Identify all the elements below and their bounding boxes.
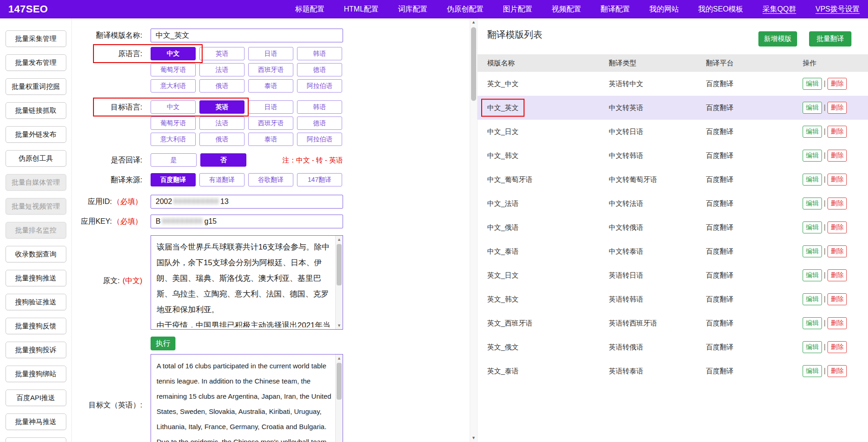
sidebar-item[interactable]: 批量链接抓取 — [6, 102, 66, 119]
scroll-up-icon[interactable]: ▲ — [336, 236, 343, 243]
scrollbar-thumb[interactable] — [337, 363, 342, 400]
scroll-down-icon[interactable]: ▼ — [336, 322, 343, 329]
nav-item[interactable]: HTML配置 — [344, 5, 379, 14]
delete-button[interactable]: 删除 — [827, 174, 847, 186]
target-language-option[interactable]: 西班牙语 — [248, 116, 293, 130]
nav-item[interactable]: 我的SEO模板 — [698, 5, 743, 14]
nav-item[interactable]: 我的网站 — [649, 5, 679, 14]
source-language-option[interactable]: 英语 — [199, 47, 245, 60]
nav-item[interactable]: 标题配置 — [295, 5, 325, 14]
template-name-input[interactable] — [151, 29, 343, 42]
sidebar-item[interactable]: 批量权重词挖掘 — [6, 78, 66, 95]
app-id-input[interactable]: 2002888888888813 — [151, 195, 343, 209]
back-translate-option[interactable]: 是 — [151, 153, 197, 167]
sidebar-item[interactable]: 批量搜狗投诉 — [6, 342, 66, 358]
source-language-option[interactable]: 法语 — [199, 63, 245, 76]
source-language-option[interactable]: 意大利语 — [151, 79, 196, 93]
original-textarea-scrollbar[interactable]: ▲ ▼ — [335, 236, 343, 329]
scrollbar-thumb[interactable] — [337, 244, 342, 285]
sidebar-item[interactable]: 批量搜狗反馈 — [6, 318, 66, 334]
target-textarea[interactable]: A total of 16 clubs participated in the … — [151, 354, 343, 442]
source-language-option[interactable]: 韩语 — [297, 47, 342, 60]
edit-button[interactable]: 编辑 — [803, 341, 822, 353]
source-language-option[interactable]: 俄语 — [199, 79, 245, 93]
target-language-option[interactable]: 日语 — [248, 100, 293, 114]
target-language-option[interactable]: 阿拉伯语 — [297, 133, 342, 146]
nav-item[interactable]: 视频配置 — [552, 5, 581, 14]
translate-source-option[interactable]: 有道翻译 — [199, 173, 245, 186]
translate-source-option[interactable]: 百度翻译 — [151, 173, 196, 186]
sidebar-item[interactable]: 批量短视频管理 — [6, 198, 66, 215]
sidebar-item[interactable]: 批量自媒体管理 — [6, 174, 66, 191]
target-language-option[interactable]: 葡萄牙语 — [151, 116, 196, 130]
edit-button[interactable]: 编辑 — [803, 126, 822, 138]
edit-button[interactable]: 编辑 — [803, 245, 822, 257]
nav-item[interactable]: 词库配置 — [398, 5, 427, 14]
sidebar-item[interactable]: 批量发布管理 — [6, 54, 66, 71]
delete-button[interactable]: 删除 — [827, 78, 847, 90]
scroll-down-icon[interactable]: ▼ — [470, 434, 477, 442]
sidebar-item[interactable]: 批量搜狗绑站 — [6, 366, 66, 382]
target-language-option[interactable]: 意大利语 — [151, 133, 196, 146]
add-template-button[interactable]: 新增模版 — [758, 31, 797, 47]
source-language-option[interactable]: 葡萄牙语 — [151, 63, 196, 76]
edit-button[interactable]: 编辑 — [803, 293, 822, 305]
source-language-option[interactable]: 日语 — [248, 47, 293, 60]
delete-button[interactable]: 删除 — [827, 126, 847, 138]
edit-button[interactable]: 编辑 — [803, 221, 822, 233]
original-textarea[interactable]: 该届当今世界乒乓球联赛共计16支球会参与。除中国队外，余下15支球会分别为阿根廷… — [151, 235, 343, 330]
delete-button[interactable]: 删除 — [827, 245, 847, 257]
sidebar-item[interactable]: 搜狗验证推送 — [6, 294, 66, 310]
main-scrollbar[interactable]: ▲ ▼ — [470, 18, 478, 442]
edit-button[interactable]: 编辑 — [803, 78, 822, 90]
delete-button[interactable]: 删除 — [827, 102, 847, 114]
target-language-option[interactable]: 法语 — [199, 116, 245, 130]
target-language-option[interactable]: 韩语 — [297, 100, 342, 114]
delete-button[interactable]: 删除 — [827, 293, 847, 305]
target-language-option[interactable]: 中文 — [151, 100, 196, 114]
sidebar-item[interactable]: 批量神马推送 — [6, 413, 66, 430]
translate-source-option[interactable]: 谷歌翻译 — [248, 173, 293, 186]
sidebar-item[interactable]: 批量外链发布 — [6, 126, 66, 143]
source-language-option[interactable]: 西班牙语 — [248, 63, 293, 76]
sidebar-item[interactable]: 批量采集管理 — [6, 30, 66, 47]
target-language-option[interactable]: 泰语 — [248, 133, 293, 146]
translate-source-option[interactable]: 147翻译 — [297, 173, 342, 186]
sidebar-item[interactable]: 伪原创工具 — [6, 150, 66, 167]
scroll-up-icon[interactable]: ▲ — [470, 18, 477, 26]
target-textarea-scrollbar[interactable]: ▲ ▼ — [335, 355, 343, 442]
nav-item[interactable]: 采集QQ群 — [763, 5, 796, 14]
edit-button[interactable]: 编辑 — [803, 198, 822, 209]
edit-button[interactable]: 编辑 — [803, 365, 822, 377]
edit-button[interactable]: 编辑 — [803, 102, 822, 114]
scroll-up-icon[interactable]: ▲ — [336, 355, 343, 362]
scrollbar-thumb[interactable] — [471, 27, 476, 101]
sidebar-item[interactable] — [6, 437, 66, 442]
delete-button[interactable]: 删除 — [827, 221, 847, 233]
edit-button[interactable]: 编辑 — [803, 174, 822, 186]
nav-item[interactable]: VPS拨号设置 — [816, 5, 860, 14]
delete-button[interactable]: 删除 — [827, 150, 847, 162]
edit-button[interactable]: 编辑 — [803, 150, 822, 162]
sidebar-item[interactable]: 批量搜狗推送 — [6, 270, 66, 286]
nav-item[interactable]: 伪原创配置 — [447, 5, 484, 14]
sidebar-item[interactable]: 百度API推送 — [6, 390, 66, 406]
sidebar-item[interactable]: 批量排名监控 — [6, 222, 66, 238]
source-language-option[interactable]: 中文 — [151, 47, 196, 60]
delete-button[interactable]: 删除 — [827, 198, 847, 209]
delete-button[interactable]: 删除 — [827, 317, 847, 329]
target-language-option[interactable]: 英语 — [199, 100, 245, 114]
edit-button[interactable]: 编辑 — [803, 317, 822, 329]
source-language-option[interactable]: 德语 — [297, 63, 342, 76]
source-language-option[interactable]: 阿拉伯语 — [297, 79, 342, 93]
execute-button[interactable]: 执行 — [151, 337, 175, 350]
batch-translate-button[interactable]: 批量翻译 — [809, 31, 851, 47]
app-key-input[interactable]: B888888888g15 — [151, 215, 343, 228]
edit-button[interactable]: 编辑 — [803, 269, 822, 281]
delete-button[interactable]: 删除 — [827, 341, 847, 353]
back-translate-option[interactable]: 否 — [200, 153, 246, 167]
delete-button[interactable]: 删除 — [827, 269, 847, 281]
nav-item[interactable]: 图片配置 — [503, 5, 532, 14]
target-language-option[interactable]: 德语 — [297, 116, 342, 130]
delete-button[interactable]: 删除 — [827, 365, 847, 377]
